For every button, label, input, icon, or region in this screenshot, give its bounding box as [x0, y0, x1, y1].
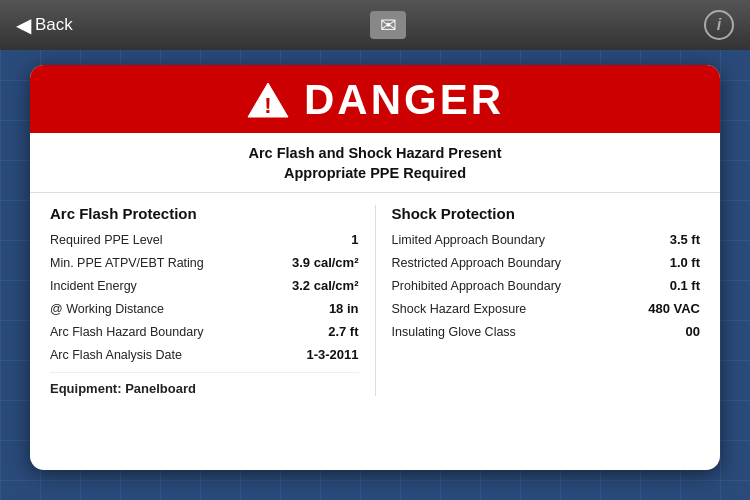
ppe-level-row: Required PPE Level 1 [50, 232, 359, 247]
working-distance-row: @ Working Distance 18 in [50, 301, 359, 316]
info-icon: i [717, 16, 721, 34]
arc-flash-column: Arc Flash Protection Required PPE Level … [50, 205, 376, 396]
restricted-approach-label: Restricted Approach Boundary [392, 256, 662, 270]
svg-text:!: ! [264, 93, 271, 118]
back-button[interactable]: ◀ Back [16, 15, 73, 35]
equipment-label: Equipment: [50, 381, 122, 396]
ppe-level-label: Required PPE Level [50, 233, 343, 247]
shock-hazard-value: 480 VAC [648, 301, 700, 316]
shock-hazard-row: Shock Hazard Exposure 480 VAC [392, 301, 701, 316]
email-button[interactable] [370, 11, 406, 39]
equipment-row: Equipment: Panelboard [50, 372, 359, 396]
equipment-value: Panelboard [125, 381, 196, 396]
working-distance-value: 18 in [329, 301, 359, 316]
info-button[interactable]: i [704, 10, 734, 40]
atpv-row: Min. PPE ATPV/EBT Rating 3.9 cal/cm² [50, 255, 359, 270]
back-label: Back [35, 15, 73, 35]
atpv-label: Min. PPE ATPV/EBT Rating [50, 256, 284, 270]
limited-approach-value: 3.5 ft [670, 232, 700, 247]
arc-flash-header: Arc Flash Protection [50, 205, 359, 222]
shock-hazard-label: Shock Hazard Exposure [392, 302, 641, 316]
prohibited-approach-value: 0.1 ft [670, 278, 700, 293]
prohibited-approach-row: Prohibited Approach Boundary 0.1 ft [392, 278, 701, 293]
analysis-date-row: Arc Flash Analysis Date 1-3-2011 [50, 347, 359, 362]
subtitle-line2: Appropriate PPE Required [46, 163, 704, 183]
analysis-date-value: 1-3-2011 [306, 347, 358, 362]
shock-protection-column: Shock Protection Limited Approach Bounda… [376, 205, 701, 396]
shock-protection-header: Shock Protection [392, 205, 701, 222]
restricted-approach-value: 1.0 ft [670, 255, 700, 270]
danger-header: ! DANGER [30, 65, 720, 133]
subtitle-line1: Arc Flash and Shock Hazard Present [46, 143, 704, 163]
incident-energy-label: Incident Energy [50, 279, 284, 293]
main-card: ! DANGER Arc Flash and Shock Hazard Pres… [30, 65, 720, 470]
limited-approach-label: Limited Approach Boundary [392, 233, 662, 247]
analysis-date-label: Arc Flash Analysis Date [50, 348, 298, 362]
insulating-glove-label: Insulating Glove Class [392, 325, 678, 339]
incident-energy-value: 3.2 cal/cm² [292, 278, 359, 293]
content-area: Arc Flash Protection Required PPE Level … [30, 193, 720, 408]
danger-text: DANGER [304, 79, 504, 121]
ppe-level-value: 1 [351, 232, 358, 247]
arc-flash-boundary-value: 2.7 ft [328, 324, 358, 339]
back-arrow-icon: ◀ [16, 15, 31, 35]
atpv-value: 3.9 cal/cm² [292, 255, 359, 270]
insulating-glove-row: Insulating Glove Class 00 [392, 324, 701, 339]
insulating-glove-value: 00 [686, 324, 700, 339]
top-nav-bar: ◀ Back i [0, 0, 750, 50]
incident-energy-row: Incident Energy 3.2 cal/cm² [50, 278, 359, 293]
arc-flash-boundary-row: Arc Flash Hazard Boundary 2.7 ft [50, 324, 359, 339]
limited-approach-row: Limited Approach Boundary 3.5 ft [392, 232, 701, 247]
restricted-approach-row: Restricted Approach Boundary 1.0 ft [392, 255, 701, 270]
subtitle-section: Arc Flash and Shock Hazard Present Appro… [30, 133, 720, 193]
warning-triangle-icon: ! [246, 81, 290, 119]
prohibited-approach-label: Prohibited Approach Boundary [392, 279, 662, 293]
working-distance-label: @ Working Distance [50, 302, 321, 316]
arc-flash-boundary-label: Arc Flash Hazard Boundary [50, 325, 320, 339]
